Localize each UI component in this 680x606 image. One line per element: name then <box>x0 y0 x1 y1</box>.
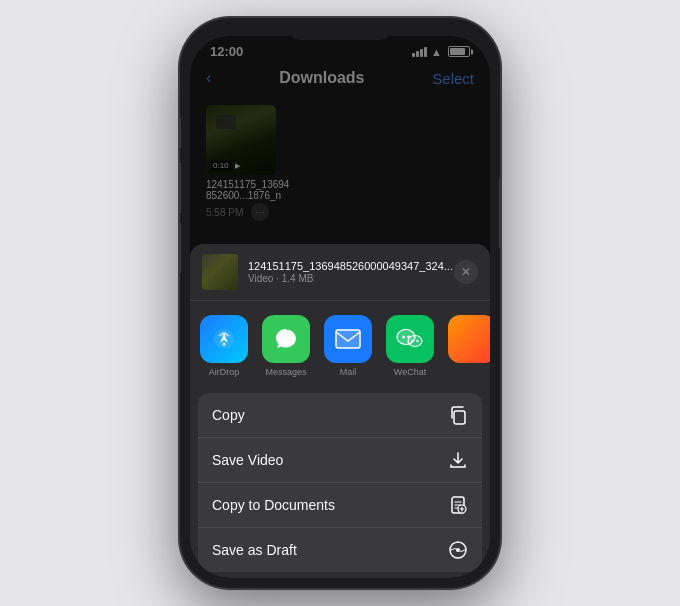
share-sheet: 124151175_136948526000049347_324... Vide… <box>190 244 490 578</box>
share-apps-row: AirDrop Messages <box>190 301 490 387</box>
messages-label: Messages <box>265 367 306 377</box>
svg-rect-8 <box>454 411 465 424</box>
mail-label: Mail <box>340 367 357 377</box>
svg-point-6 <box>411 340 413 342</box>
svg-point-3 <box>402 336 405 339</box>
svg-point-5 <box>408 336 422 347</box>
save-video-action[interactable]: Save Video <box>198 438 482 483</box>
copy-icon <box>448 405 468 425</box>
phone-screen: 12:00 ▲ ‹ Downloads Select <box>190 36 490 578</box>
close-icon: ✕ <box>461 265 471 279</box>
volume-down-button[interactable] <box>180 223 181 273</box>
messages-icon <box>262 315 310 363</box>
wechat-label: WeChat <box>394 367 426 377</box>
airdrop-label: AirDrop <box>209 367 240 377</box>
save-video-icon <box>448 450 468 470</box>
save-video-label: Save Video <box>212 452 283 468</box>
volume-up-button[interactable] <box>180 163 181 213</box>
documents-icon <box>448 495 468 515</box>
airdrop-icon <box>200 315 248 363</box>
wechat-icon <box>386 315 434 363</box>
power-button[interactable] <box>499 178 500 248</box>
copy-label: Copy <box>212 407 245 423</box>
save-as-draft-label: Save as Draft <box>212 542 297 558</box>
mail-app-item[interactable]: Mail <box>324 315 372 377</box>
selected-file-name: 124151175_136948526000049347_324... <box>248 260 454 272</box>
messages-app-item[interactable]: Messages <box>262 315 310 377</box>
mute-button[interactable] <box>180 118 181 148</box>
close-share-sheet-button[interactable]: ✕ <box>454 260 478 284</box>
selected-file-thumbnail <box>202 254 238 290</box>
share-sheet-backdrop[interactable]: 124151175_136948526000049347_324... Vide… <box>190 36 490 578</box>
svg-point-0 <box>223 343 226 346</box>
partial-app-icon <box>448 315 490 363</box>
svg-point-7 <box>416 340 418 342</box>
selected-file-banner: 124151175_136948526000049347_324... Vide… <box>190 244 490 301</box>
wordpress-icon <box>448 540 468 560</box>
copy-to-documents-action[interactable]: Copy to Documents <box>198 483 482 528</box>
mail-icon <box>324 315 372 363</box>
save-as-draft-action[interactable]: Save as Draft <box>198 528 482 572</box>
selected-thumb-inner <box>202 254 238 290</box>
airdrop-app-item[interactable]: AirDrop <box>200 315 248 377</box>
svg-rect-1 <box>336 330 360 348</box>
more-app-item[interactable] <box>448 315 490 377</box>
copy-to-documents-label: Copy to Documents <box>212 497 335 513</box>
phone-frame: 12:00 ▲ ‹ Downloads Select <box>180 18 500 588</box>
action-list: Copy Save Video <box>198 393 482 572</box>
wechat-app-item[interactable]: WeChat <box>386 315 434 377</box>
svg-point-12 <box>456 548 460 552</box>
selected-file-size-label: Video · 1.4 MB <box>248 273 454 284</box>
selected-file-info: 124151175_136948526000049347_324... Vide… <box>248 260 454 284</box>
copy-action[interactable]: Copy <box>198 393 482 438</box>
